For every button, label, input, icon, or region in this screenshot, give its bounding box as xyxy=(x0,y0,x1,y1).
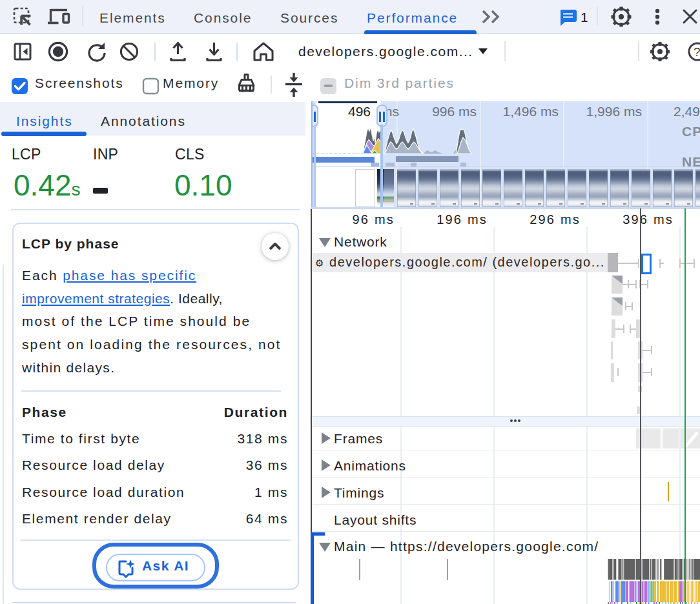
svg-text:1: 1 xyxy=(581,10,588,25)
svg-text:?: ? xyxy=(694,45,700,59)
